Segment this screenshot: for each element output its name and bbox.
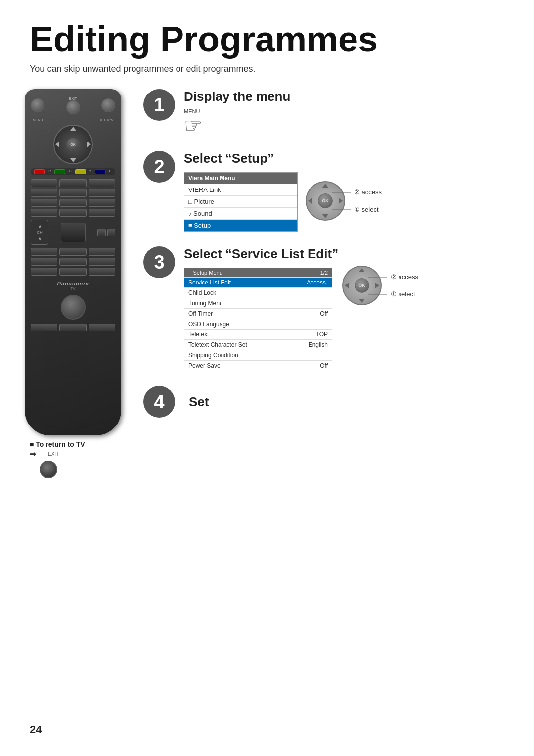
exit-round-button xyxy=(40,461,57,478)
step-3-content: Select “Service List Edit” ≡ Setup Menu … xyxy=(184,246,514,371)
ch-up-btn: ∧ xyxy=(31,222,48,230)
setup-row-osd: OSD Language xyxy=(184,319,332,330)
step-1-content: Display the menu MENU ☞ xyxy=(184,89,514,136)
setup-charset-value: English xyxy=(309,341,328,348)
access-select-labels-2: ② access ① select xyxy=(349,189,382,213)
setup-service-value: Access xyxy=(305,279,328,286)
ok-widget-2: OK xyxy=(306,181,345,221)
remote-btn xyxy=(31,248,57,256)
menu-sound-row: ♪ Sound xyxy=(184,208,297,220)
access-label-2: ② access xyxy=(354,189,382,196)
setup-header-label: ≡ Setup Menu xyxy=(188,270,222,276)
remote-grid-2 xyxy=(31,189,115,197)
setup-powersave-label: Power Save xyxy=(188,362,221,369)
setup-page: 1/2 xyxy=(320,270,328,276)
step-3-circle: 3 xyxy=(143,246,175,278)
green-btn xyxy=(54,169,65,174)
remote-btn xyxy=(31,258,57,266)
remote-grid-1 xyxy=(31,179,115,187)
remote-body: EXIT MENU RETURN OK xyxy=(25,89,121,435)
ok-widget-3: OK xyxy=(342,266,382,305)
remote-btn xyxy=(89,268,115,276)
step-3-row: 3 Select “Service List Edit” ≡ Setup Men… xyxy=(143,246,514,371)
page-subtitle: You can skip unwanted programmes or edit… xyxy=(0,64,534,89)
exit-label: EXIT xyxy=(69,97,77,100)
ch-down-btn: ∨ xyxy=(31,235,48,242)
remote-btn xyxy=(59,248,86,256)
setup-powersave-value: Off xyxy=(320,362,328,369)
setup-row-offtimer: Off Timer Off xyxy=(184,309,332,319)
ch-label: CH xyxy=(31,230,48,235)
step-4-row: 4 Set xyxy=(143,386,514,418)
menu-label-small: MENU xyxy=(33,118,43,122)
ok-inner-3: OK xyxy=(355,278,369,293)
remote-btn xyxy=(89,258,115,266)
return-text: ■ To return to TV xyxy=(30,440,85,448)
return-label-small: RETURN xyxy=(99,118,113,122)
setup-service-label: Service List Edit xyxy=(188,279,231,286)
page-title: Editing Programmes xyxy=(0,0,534,64)
menu-viera-label: VIERA Link xyxy=(188,186,221,193)
step-2-content: Select “Setup” Viera Main Menu VIERA Lin… xyxy=(184,151,514,232)
set-line xyxy=(216,402,514,402)
step-3-inner: ≡ Setup Menu 1/2 Service List Edit Acces… xyxy=(184,266,514,371)
exit-text-label: EXIT xyxy=(48,451,59,457)
menu-viera-row: VIERA Link xyxy=(184,184,297,196)
exit-btn xyxy=(66,100,80,114)
setup-row-teletext: Teletext TOP xyxy=(184,330,332,340)
remote-power-btn xyxy=(61,295,86,320)
remote-btn xyxy=(31,209,57,217)
return-arrow-icon: ➡ xyxy=(30,449,36,459)
remote-grid-7 xyxy=(31,268,115,276)
remote-control: EXIT MENU RETURN OK xyxy=(20,89,134,435)
menu-header-label: Viera Main Menu xyxy=(188,175,235,182)
remote-btn xyxy=(59,258,86,266)
remote-btn xyxy=(31,189,57,197)
remote-btn xyxy=(59,179,86,187)
step-2-inner: Viera Main Menu VIERA Link □ Picture ♪ S… xyxy=(184,170,514,232)
remote-grid-4 xyxy=(31,209,115,217)
remote-grid-5 xyxy=(31,248,115,256)
access-select-labels-3: ② access ① select xyxy=(386,273,418,298)
remote-btn xyxy=(31,199,57,207)
remote-btn xyxy=(89,248,115,256)
access-label-3: ② access xyxy=(391,273,418,281)
remote-btn xyxy=(89,199,115,207)
ok-inner-2: OK xyxy=(318,193,333,208)
page-number: 24 xyxy=(30,723,42,736)
remote-btn xyxy=(31,179,57,187)
step-1-row: 1 Display the menu MENU ☞ xyxy=(143,89,514,136)
remote-btn xyxy=(89,324,115,331)
remote-top-buttons: EXIT xyxy=(31,96,115,114)
setup-offtimer-value: Off xyxy=(320,310,328,317)
setup-row-tuning: Tuning Menu xyxy=(184,298,332,309)
blue-btn xyxy=(95,169,106,174)
color-buttons: R G Y B xyxy=(31,168,115,175)
remote-grid-6 xyxy=(31,258,115,266)
setup-row-powersave: Power Save Off xyxy=(184,361,332,371)
yellow-btn xyxy=(75,169,86,174)
exit-area: ➡ EXIT xyxy=(30,449,59,459)
return-block: ■ To return to TV ➡ EXIT xyxy=(30,440,85,478)
red-btn xyxy=(34,169,45,174)
step-3-ok-area: OK ② access ① select xyxy=(342,266,418,305)
remote-btn xyxy=(89,189,115,197)
setup-shipping-label: Shipping Condition xyxy=(188,352,238,359)
remote-btn xyxy=(59,209,86,217)
panasonic-tv-label: TV xyxy=(31,286,115,291)
remote-top-right-btn xyxy=(101,98,115,112)
remote-btn xyxy=(31,268,57,276)
menu-setup-label: ≡ Setup xyxy=(188,222,211,229)
remote-btn xyxy=(31,324,57,331)
remote-mid-btn xyxy=(61,223,86,242)
remote-grid-3 xyxy=(31,199,115,207)
setup-teletext-value: TOP xyxy=(316,331,328,338)
menu-setup-row: ≡ Setup xyxy=(184,220,297,231)
menu-picture-row: □ Picture xyxy=(184,196,297,208)
dpad-area: OK xyxy=(31,125,115,164)
select-label-2: ① select xyxy=(354,206,382,213)
setup-menu-box: ≡ Setup Menu 1/2 Service List Edit Acces… xyxy=(184,268,332,371)
step-1-title: Display the menu xyxy=(184,89,514,104)
ch-block: ∧ CH ∨ xyxy=(31,220,48,245)
step-2-title: Select “Setup” xyxy=(184,151,514,166)
